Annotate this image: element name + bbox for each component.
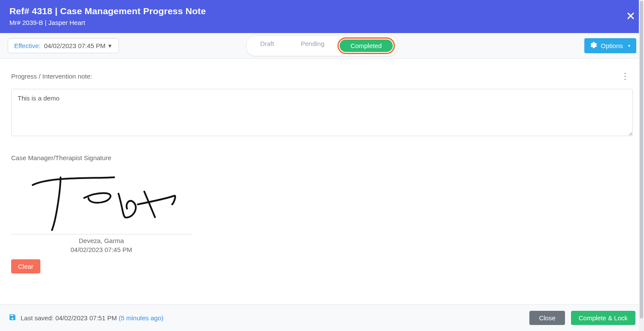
effective-date-picker[interactable]: Effective: 04/02/2023 07:45 PM ▼: [8, 38, 119, 53]
footer-bar: Last saved: 04/02/2023 07:51 PM (5 minut…: [0, 304, 644, 331]
status-toggle: Draft Pending Completed: [246, 35, 398, 56]
modal-header: Ref# 4318 | Case Management Progress Not…: [0, 0, 644, 33]
last-saved-text: Last saved: 04/02/2023 07:51 PM (5 minut…: [21, 314, 164, 322]
effective-value: 04/02/2023 07:45 PM ▼: [44, 42, 112, 49]
status-completed[interactable]: Completed: [340, 39, 393, 52]
toolbar: Effective: 04/02/2023 07:45 PM ▼ Draft P…: [0, 33, 644, 59]
note-label: Progress / Intervention note:: [11, 73, 92, 80]
save-icon: [9, 313, 16, 323]
signature-pad[interactable]: [11, 166, 191, 234]
status-completed-highlight: Completed: [337, 37, 395, 54]
footer-actions: Close Complete & Lock: [529, 311, 635, 325]
signature-stroke: [24, 168, 179, 232]
caret-down-icon: ▾: [628, 43, 630, 48]
options-label: Options: [601, 42, 623, 49]
last-saved-ago: (5 minutes ago): [117, 314, 163, 322]
progress-note-input[interactable]: [11, 89, 633, 136]
close-button[interactable]: Close: [529, 311, 565, 325]
form-body: Progress / Intervention note: ⋮ Case Man…: [0, 59, 644, 282]
complete-lock-button[interactable]: Complete & Lock: [571, 311, 635, 325]
close-icon[interactable]: [627, 11, 635, 22]
signature-block: Deveza, Garma 04/02/2023 07:45 PM: [11, 166, 191, 253]
options-button[interactable]: Options ▾: [584, 38, 636, 53]
vertical-scrollbar[interactable]: [639, 0, 644, 331]
signature-label: Case Manager/Therapist Signature: [11, 154, 633, 161]
signer-name: Deveza, Garma: [11, 237, 191, 244]
gear-icon: [590, 42, 597, 50]
signed-timestamp: 04/02/2023 07:45 PM: [11, 246, 191, 253]
more-options-icon[interactable]: ⋮: [617, 70, 633, 82]
status-draft[interactable]: Draft: [249, 37, 286, 54]
chevron-down-icon: ▼: [107, 43, 112, 49]
effective-label: Effective:: [14, 42, 40, 49]
page-subtitle: Mr# 2039-B | Jasper Heart: [9, 19, 635, 26]
status-pill-container: Draft Pending Completed: [246, 35, 398, 56]
clear-signature-button[interactable]: Clear: [11, 259, 40, 273]
page-title: Ref# 4318 | Case Management Progress Not…: [9, 6, 635, 16]
scrollbar-thumb[interactable]: [640, 1, 643, 319]
status-pending[interactable]: Pending: [289, 37, 335, 54]
